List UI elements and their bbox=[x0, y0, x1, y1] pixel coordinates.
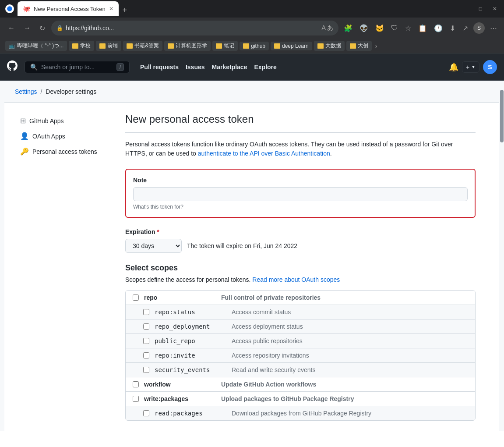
address-bar[interactable]: 🔒 https://github.co... A あ bbox=[51, 21, 338, 35]
bookmark-school[interactable]: 学校 bbox=[69, 41, 94, 51]
scope-desc-repo-invite: Access repository invitations bbox=[232, 352, 309, 359]
new-tab-button[interactable]: + bbox=[119, 4, 131, 16]
bookmark-bigdata[interactable]: 大数据 bbox=[314, 41, 345, 51]
bookmark-github[interactable]: github bbox=[240, 42, 269, 50]
sidebar-personal-tokens-label: Personal access tokens bbox=[32, 148, 97, 155]
back-button[interactable]: ← bbox=[5, 22, 18, 34]
scope-desc-read-packages: Download packages from GitHub Package Re… bbox=[232, 410, 371, 417]
breadcrumb-separator: / bbox=[40, 88, 42, 95]
scope-name-public-repo: public_repo bbox=[155, 337, 225, 344]
scope-checkbox-workflow[interactable] bbox=[133, 381, 139, 387]
scopes-section: Select scopes Scopes define the access f… bbox=[125, 263, 476, 421]
sidebar-item-oauth-apps[interactable]: 👤 OAuth Apps bbox=[15, 128, 111, 144]
bookmark-deeplearn[interactable]: deep Learn bbox=[271, 42, 312, 50]
nav-explore[interactable]: Explore bbox=[254, 64, 276, 71]
scopes-table: repo Full control of private repositorie… bbox=[125, 290, 476, 421]
menu-button[interactable]: ⋯ bbox=[488, 22, 499, 34]
note-input[interactable] bbox=[133, 187, 468, 201]
minimize-button[interactable]: — bbox=[462, 4, 470, 14]
share-icon[interactable]: ↗ bbox=[461, 22, 470, 34]
scope-row-repo: repo Full control of private repositorie… bbox=[126, 291, 475, 305]
bookmark-frontend[interactable]: 前端 bbox=[96, 41, 121, 51]
scope-row-repo-deployment: repo_deployment Access deployment status bbox=[126, 319, 475, 334]
nav-pull-requests[interactable]: Pull requests bbox=[140, 64, 179, 71]
maximize-button[interactable]: □ bbox=[477, 4, 484, 14]
note-label: Note bbox=[133, 177, 468, 184]
github-search-box[interactable]: 🔍 Search or jump to... / bbox=[25, 61, 130, 73]
scope-checkbox-repo-status[interactable] bbox=[143, 309, 149, 315]
close-button[interactable]: ✕ bbox=[491, 4, 499, 14]
scope-name-repo-invite: repo:invite bbox=[155, 352, 225, 359]
scope-desc-write-packages: Upload packages to GitHub Package Regist… bbox=[221, 395, 354, 402]
bookmark-dachuang[interactable]: 大创 bbox=[346, 41, 372, 51]
shield-icon[interactable]: 🛡 bbox=[389, 22, 400, 34]
github-logo[interactable] bbox=[7, 60, 18, 74]
star-icon[interactable]: ☆ bbox=[403, 22, 413, 34]
notifications-bell[interactable]: 🔔 bbox=[449, 62, 458, 72]
scope-desc-repo: Full control of private repositories bbox=[221, 294, 321, 301]
scope-checkbox-security-events[interactable] bbox=[143, 367, 149, 373]
translate-icon: A あ bbox=[322, 24, 333, 32]
user-avatar[interactable]: S bbox=[483, 60, 497, 74]
nav-marketplace[interactable]: Marketplace bbox=[212, 64, 247, 71]
lock-icon: 🔒 bbox=[56, 25, 63, 31]
scope-checkbox-repo-deployment[interactable] bbox=[143, 323, 149, 330]
bookmarks-overflow[interactable]: › bbox=[375, 43, 377, 50]
scope-checkbox-public-repo[interactable] bbox=[143, 338, 149, 344]
oauth-scopes-link[interactable]: Read more about OAuth scopes bbox=[252, 276, 340, 283]
expiration-select[interactable]: 30 days 7 days 60 days 90 days Custom No… bbox=[125, 239, 182, 253]
settings-link[interactable]: Settings bbox=[15, 88, 37, 95]
sidebar-item-personal-tokens[interactable]: 🔑 Personal access tokens bbox=[15, 144, 111, 159]
scope-row-read-packages: read:packages Download packages from Git… bbox=[126, 406, 475, 420]
github-header-actions: 🔔 + ▼ S bbox=[449, 60, 497, 74]
reload-button[interactable]: ↻ bbox=[37, 22, 48, 34]
api-auth-link[interactable]: authenticate to the API over Basic Authe… bbox=[198, 150, 330, 157]
bookmark-notes[interactable]: 笔记 bbox=[212, 41, 238, 51]
scope-checkbox-read-packages[interactable] bbox=[143, 410, 149, 416]
search-kbd: / bbox=[116, 63, 124, 71]
sidebar-github-apps-label: GitHub Apps bbox=[29, 117, 64, 124]
scope-row-repo-status: repo:status Access commit status bbox=[126, 305, 475, 319]
page-divider bbox=[125, 132, 476, 133]
sidebar-oauth-apps-label: OAuth Apps bbox=[32, 133, 65, 140]
svg-point-0 bbox=[7, 6, 12, 11]
forward-button[interactable]: → bbox=[21, 22, 33, 34]
bookmark-books[interactable]: 书籍&答案 bbox=[123, 41, 162, 51]
scrollbar-thumb[interactable] bbox=[500, 90, 504, 142]
scrollbar[interactable] bbox=[499, 81, 504, 431]
download-icon[interactable]: ⬇ bbox=[448, 22, 457, 34]
extensions-icon[interactable]: 🧩 bbox=[342, 22, 354, 34]
user-icon: 👤 bbox=[20, 132, 29, 140]
bookmark-bilibili[interactable]: 📺 哔哩哔哩（ °-° )つ... bbox=[5, 41, 67, 51]
create-button[interactable]: + ▼ bbox=[462, 61, 479, 73]
scope-row-security-events: security_events Read and write security … bbox=[126, 363, 475, 377]
profile-icon[interactable]: S bbox=[473, 22, 485, 34]
developer-settings-label: Developer settings bbox=[46, 88, 96, 95]
window-controls: — □ ✕ bbox=[462, 4, 499, 14]
scope-checkbox-repo-invite[interactable] bbox=[143, 352, 149, 358]
active-tab[interactable]: 🐙 New Personal Access Token ✕ bbox=[18, 1, 119, 16]
bookmark-graphics[interactable]: 计算机图形学 bbox=[164, 41, 211, 51]
scopes-description: Scopes define the access for personal to… bbox=[125, 276, 476, 283]
description-text: Personal access tokens function like ord… bbox=[125, 140, 476, 158]
history-icon[interactable]: 🕐 bbox=[432, 22, 444, 34]
scope-row-repo-invite: repo:invite Access repository invitation… bbox=[126, 348, 475, 363]
search-placeholder: Search or jump to... bbox=[41, 64, 113, 71]
reddit-icon[interactable]: 👽 bbox=[358, 22, 370, 34]
sidebar: ⊞ GitHub Apps 👤 OAuth Apps 🔑 Personal ac… bbox=[15, 113, 111, 421]
tab-favicon: 🐙 bbox=[23, 5, 30, 12]
browser-navbar: ← → ↻ 🔒 https://github.co... A あ 🧩 👽 🐱 🛡… bbox=[0, 18, 504, 39]
cat-icon[interactable]: 🐱 bbox=[374, 22, 386, 34]
scope-checkbox-repo[interactable] bbox=[133, 294, 139, 301]
bookmark-icon[interactable]: 📋 bbox=[416, 22, 429, 34]
page-layout: ⊞ GitHub Apps 👤 OAuth Apps 🔑 Personal ac… bbox=[4, 103, 486, 431]
nav-extra-icons: 🧩 👽 🐱 🛡 ☆ 📋 🕐 ⬇ ↗ S ⋯ bbox=[342, 22, 499, 34]
scope-desc-repo-deployment: Access deployment status bbox=[232, 323, 303, 330]
tab-close-button[interactable]: ✕ bbox=[109, 6, 113, 12]
scope-desc-repo-status: Access commit status bbox=[232, 309, 291, 316]
key-icon: 🔑 bbox=[20, 147, 29, 156]
browser-logo bbox=[5, 4, 14, 13]
nav-issues[interactable]: Issues bbox=[186, 64, 205, 71]
sidebar-item-github-apps[interactable]: ⊞ GitHub Apps bbox=[15, 113, 111, 128]
scope-checkbox-write-packages[interactable] bbox=[133, 396, 139, 402]
